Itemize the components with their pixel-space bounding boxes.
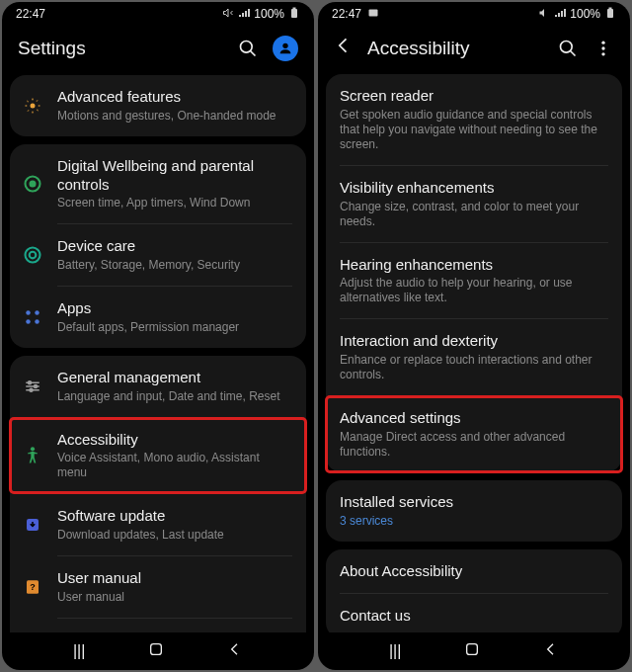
search-button[interactable] [237, 38, 259, 59]
nav-recents[interactable]: ||| [389, 642, 401, 660]
item-about-accessibility[interactable]: About Accessibility [326, 549, 622, 594]
item-sub: Screen time, App timers, Wind Down [57, 196, 292, 210]
settings-group: Digital Wellbeing and parental controls … [10, 144, 306, 348]
svg-line-3 [251, 51, 256, 56]
item-title: General management [57, 369, 292, 387]
back-button[interactable] [334, 36, 354, 60]
item-title: Screen reader [340, 87, 608, 106]
page-title: Accessibility [367, 38, 543, 59]
item-sub: Enhance or replace touch interactions an… [340, 353, 608, 382]
item-sub: Voice Assistant, Mono audio, Assistant m… [57, 451, 292, 480]
svg-point-20 [31, 447, 35, 451]
nav-recents[interactable]: ||| [73, 642, 85, 660]
item-device-care[interactable]: Device care Battery, Storage, Memory, Se… [10, 224, 306, 286]
svg-rect-29 [607, 9, 613, 18]
item-hearing-enhancements[interactable]: Hearing enhancements Adjust the audio to… [326, 243, 622, 319]
item-title: Hearing enhancements [340, 256, 608, 275]
svg-point-10 [26, 310, 31, 315]
svg-point-4 [282, 43, 287, 48]
svg-point-9 [30, 252, 37, 259]
search-button[interactable] [557, 38, 579, 59]
svg-rect-36 [467, 644, 478, 655]
svg-point-5 [31, 103, 36, 108]
item-advanced-features[interactable]: Advanced features Motions and gestures, … [10, 75, 306, 136]
item-title: Installed services [340, 493, 608, 512]
signal-icon [238, 7, 250, 22]
item-sub: Default apps, Permission manager [57, 320, 292, 335]
accessibility-icon [22, 445, 43, 466]
item-title: About phone [57, 631, 292, 632]
apps-icon [22, 306, 43, 328]
item-user-manual[interactable]: ? User manual User manual [10, 556, 306, 618]
item-general-management[interactable]: General management Language and input, D… [10, 356, 306, 417]
item-software-update[interactable]: Software update Download updates, Last u… [10, 494, 306, 555]
profile-avatar[interactable] [273, 36, 298, 61]
settings-group: Advanced features Motions and gestures, … [10, 75, 306, 136]
item-accessibility[interactable]: Accessibility Voice Assistant, Mono audi… [10, 418, 306, 494]
item-sub: 3 services [340, 514, 608, 529]
accessibility-group: About Accessibility Contact us [326, 549, 622, 633]
nav-home[interactable] [148, 641, 164, 661]
status-bar: 22:47 100% [318, 2, 630, 26]
item-contact-us[interactable]: Contact us [326, 594, 622, 632]
item-visibility-enhancements[interactable]: Visibility enhancements Change size, con… [326, 166, 622, 242]
item-advanced-settings[interactable]: Advanced settings Manage Direct access a… [326, 396, 622, 472]
item-title: Interaction and dexterity [340, 332, 608, 351]
mute-icon [222, 7, 234, 22]
item-installed-services[interactable]: Installed services 3 services [326, 480, 622, 542]
svg-line-32 [571, 50, 576, 55]
battery-icon [288, 7, 300, 22]
svg-rect-1 [293, 7, 296, 9]
signal-icon [554, 7, 566, 22]
page-title: Settings [18, 38, 223, 59]
app-header: Accessibility [318, 26, 630, 74]
settings-group: General management Language and input, D… [10, 356, 306, 632]
item-about-phone[interactable]: About phone Status, Legal information, P… [10, 619, 306, 632]
status-time: 22:47 [16, 7, 45, 21]
nav-home[interactable] [464, 641, 480, 661]
more-button[interactable] [592, 38, 614, 59]
svg-rect-27 [151, 644, 162, 655]
app-header: Settings [2, 26, 314, 75]
svg-point-2 [241, 42, 253, 53]
item-title: Advanced features [57, 88, 292, 107]
item-interaction-dexterity[interactable]: Interaction and dexterity Enhance or rep… [326, 319, 622, 395]
item-sub: Adjust the audio to help your hearing, o… [340, 276, 608, 305]
svg-point-35 [601, 52, 604, 55]
item-digital-wellbeing[interactable]: Digital Wellbeing and parental controls … [10, 144, 306, 224]
nav-back[interactable] [227, 641, 243, 661]
svg-rect-28 [369, 9, 378, 16]
item-sub: Download updates, Last update [57, 528, 292, 543]
nav-back[interactable] [543, 641, 559, 661]
svg-point-31 [561, 41, 573, 52]
item-apps[interactable]: Apps Default apps, Permission manager [10, 287, 306, 348]
svg-point-18 [35, 384, 38, 387]
sliders-icon [22, 376, 43, 397]
accessibility-group: Installed services 3 services [326, 480, 622, 542]
item-title: User manual [57, 569, 292, 588]
svg-point-34 [601, 46, 604, 49]
item-title: Device care [57, 237, 292, 256]
item-sub: Battery, Storage, Memory, Security [57, 258, 292, 273]
item-title: About Accessibility [340, 562, 608, 581]
battery-icon [604, 7, 616, 22]
battery-percent: 100% [570, 7, 600, 21]
accessibility-group: Screen reader Get spoken audio guidance … [326, 74, 622, 472]
item-sub: Manage Direct access and other advanced … [340, 430, 608, 460]
wellbeing-icon [22, 173, 43, 195]
item-title: Digital Wellbeing and parental controls [57, 157, 292, 195]
phone-right: 22:47 100% Accessibility [318, 2, 630, 670]
nav-bar: ||| [318, 632, 630, 670]
phone-left: 22:47 100% Settings [2, 2, 314, 670]
item-title: Accessibility [57, 431, 292, 450]
manual-icon: ? [22, 576, 43, 598]
svg-point-17 [29, 380, 32, 383]
svg-point-13 [35, 319, 40, 324]
item-title: Visibility enhancements [340, 179, 608, 198]
item-screen-reader[interactable]: Screen reader Get spoken audio guidance … [326, 74, 622, 165]
item-sub: Change size, contrast, and color to meet… [340, 200, 608, 229]
status-bar: 22:47 100% [2, 2, 314, 26]
item-sub: User manual [57, 590, 292, 605]
svg-point-8 [26, 248, 40, 263]
svg-text:?: ? [30, 582, 36, 592]
